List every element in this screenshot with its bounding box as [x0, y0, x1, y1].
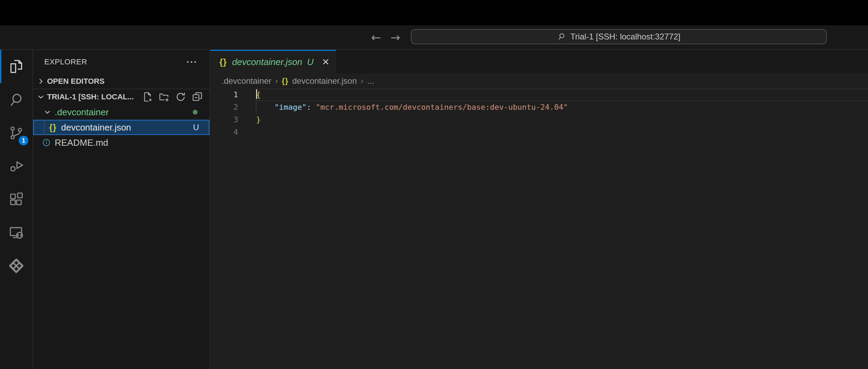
code-line[interactable]: 3} [210, 114, 868, 126]
file-name: README.md [55, 137, 108, 148]
explorer-toolbar [139, 92, 209, 102]
code-token: "mcr.microsoft.com/devcontainers/base:de… [316, 103, 568, 111]
new-folder-icon[interactable] [159, 92, 169, 102]
workspace-header[interactable]: TRIAL-1 [SSH: LOCAL... [33, 89, 209, 105]
navigate-forward-button[interactable]: → [390, 25, 400, 49]
activity-bar: 1 [0, 50, 33, 369]
tab-bar: {} devcontainer.json U ✕ [210, 50, 868, 73]
git-modified-dot [193, 110, 198, 115]
workbench: 1 [0, 50, 868, 369]
workspace-label: TRIAL-1 [SSH: LOCAL... [47, 92, 139, 101]
file-name: devcontainer.json [61, 122, 131, 133]
open-editors-header[interactable]: OPEN EDITORS [33, 74, 209, 89]
files-icon [8, 58, 24, 74]
sidebar-title: EXPLORER [44, 57, 87, 66]
tree-item-devcontainer-json[interactable]: {} devcontainer.json U [33, 120, 209, 135]
tree-item-devcontainer-folder[interactable]: .devcontainer [33, 105, 209, 120]
line-number[interactable]: 1 [210, 89, 238, 101]
breadcrumb-more[interactable]: ... [367, 76, 374, 86]
code-token: "image" [274, 103, 307, 111]
code-line[interactable]: 1{ [210, 89, 868, 101]
chevron-separator-icon: › [361, 76, 363, 86]
code-line[interactable]: 4 [210, 126, 868, 138]
line-content[interactable]: } [256, 114, 261, 126]
line-number[interactable]: 2 [210, 101, 238, 114]
tree-item-readme[interactable]: README.md [33, 135, 209, 150]
remote-explorer-icon [8, 225, 24, 241]
line-content[interactable]: { [256, 89, 261, 101]
extensions-icon [8, 191, 24, 207]
chevron-down-icon [36, 92, 45, 101]
vscode-window: ← → Trial-1 [SSH: localhost:32772] [0, 0, 868, 369]
chevron-separator-icon: › [275, 76, 278, 86]
code-line[interactable]: 2 "image": "mcr.microsoft.com/devcontain… [210, 101, 868, 114]
breadcrumb-folder[interactable]: .devcontainer [221, 76, 271, 86]
explorer-activity-button[interactable] [0, 50, 33, 83]
code-token [256, 103, 274, 111]
extensions-activity-button[interactable] [0, 183, 33, 216]
indent-guide [256, 101, 256, 114]
source-control-badge: 1 [19, 136, 28, 145]
search-icon [557, 32, 566, 41]
tree-indent-guide [44, 120, 45, 135]
json-file-icon: {} [219, 57, 227, 67]
git-untracked-badge: U [193, 123, 199, 132]
new-file-icon[interactable] [142, 92, 153, 102]
info-icon [42, 138, 51, 147]
refresh-icon[interactable] [175, 92, 186, 102]
line-number[interactable]: 4 [210, 126, 238, 138]
close-tab-button[interactable]: ✕ [322, 57, 329, 68]
sidebar-title-row: EXPLORER ··· [33, 50, 209, 74]
chevron-down-icon [43, 108, 52, 117]
code-token: { [256, 90, 261, 99]
title-bar: ← → Trial-1 [SSH: localhost:32772] [0, 25, 868, 50]
tab-devcontainer-json[interactable]: {} devcontainer.json U ✕ [210, 50, 336, 73]
tab-label: devcontainer.json [232, 57, 302, 68]
containers-diamond-icon [8, 258, 24, 274]
debug-icon [8, 158, 24, 174]
breadcrumb: .devcontainer › {} devcontainer.json › .… [210, 73, 868, 89]
source-control-activity-button[interactable]: 1 [0, 116, 33, 150]
file-tree: .devcontainer {} devcontainer.json U [33, 105, 209, 150]
json-file-icon: {} [49, 123, 56, 133]
chevron-right-icon [36, 77, 45, 86]
command-center-text: Trial-1 [SSH: localhost:32772] [570, 32, 680, 42]
run-debug-activity-button[interactable] [0, 150, 33, 183]
code-editor[interactable]: 1{2 "image": "mcr.microsoft.com/devconta… [210, 89, 868, 369]
containers-activity-button[interactable] [0, 249, 33, 282]
command-center-search[interactable]: Trial-1 [SSH: localhost:32772] [411, 29, 827, 44]
breadcrumb-file[interactable]: devcontainer.json [292, 76, 357, 86]
tab-git-badge: U [307, 57, 314, 68]
open-editors-label: OPEN EDITORS [47, 77, 209, 86]
search-icon [8, 92, 24, 108]
folder-name: .devcontainer [55, 107, 109, 118]
code-token: : [307, 103, 316, 111]
line-content[interactable]: "image": "mcr.microsoft.com/devcontainer… [256, 101, 568, 114]
json-file-icon: {} [282, 76, 288, 86]
line-number[interactable]: 3 [210, 114, 238, 126]
navigate-back-button[interactable]: ← [371, 25, 381, 49]
top-black-strip [0, 0, 868, 25]
remote-explorer-activity-button[interactable] [0, 216, 33, 249]
explorer-sidebar: EXPLORER ··· OPEN EDITORS TRIAL-1 [SSH: … [33, 50, 210, 369]
search-activity-button[interactable] [0, 83, 33, 116]
code-token: } [256, 115, 261, 124]
views-more-actions-button[interactable]: ··· [187, 57, 198, 68]
collapse-all-icon[interactable] [192, 92, 202, 102]
editor-group: {} devcontainer.json U ✕ .devcontainer ›… [210, 50, 868, 369]
